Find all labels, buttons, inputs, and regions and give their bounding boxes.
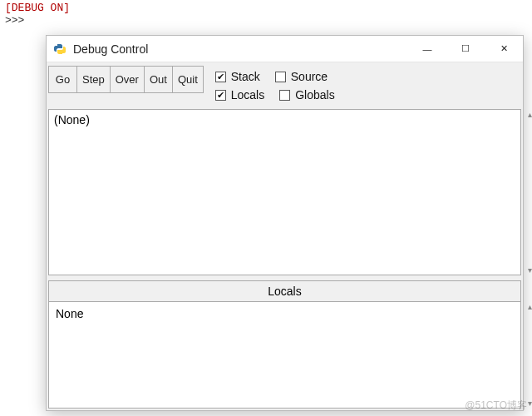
checkbox-icon: ✔ xyxy=(215,72,226,82)
shell-background: [DEBUG ON] >>> xyxy=(0,0,532,28)
locals-checkbox[interactable]: ✔ Locals xyxy=(215,88,264,102)
checkbox-icon: ✔ xyxy=(215,90,226,101)
globals-checkbox-label: Globals xyxy=(295,88,334,102)
debug-status-line: [DEBUG ON] xyxy=(5,2,527,14)
scroll-down-icon[interactable]: ▾ xyxy=(528,399,532,408)
python-icon xyxy=(53,42,66,56)
maximize-button[interactable]: ☐ xyxy=(446,36,485,62)
locals-checkbox-label: Locals xyxy=(231,88,264,102)
stack-content: (None) xyxy=(54,113,90,126)
checkbox-icon xyxy=(275,72,286,82)
stack-pane[interactable]: (None) ▴ ▾ xyxy=(48,109,521,275)
stack-checkbox-label: Stack xyxy=(231,70,260,83)
globals-checkbox[interactable]: Globals xyxy=(279,88,334,102)
quit-button[interactable]: Quit xyxy=(172,66,204,93)
body-area: (None) ▴ ▾ Locals None ▴ ▾ xyxy=(47,107,523,410)
over-button[interactable]: Over xyxy=(110,66,144,93)
locals-pane[interactable]: None ▴ ▾ xyxy=(48,302,521,409)
source-checkbox-label: Source xyxy=(291,70,328,83)
scroll-up-icon[interactable]: ▴ xyxy=(528,110,532,119)
locals-header: Locals xyxy=(48,280,521,302)
source-checkbox[interactable]: Source xyxy=(275,70,328,83)
locals-content: None xyxy=(56,307,83,320)
stack-checkbox[interactable]: ✔ Stack xyxy=(215,70,260,83)
close-button[interactable]: ✕ xyxy=(485,36,523,62)
minimize-button[interactable]: — xyxy=(408,36,446,62)
out-button[interactable]: Out xyxy=(144,66,172,93)
checkbox-icon xyxy=(279,90,290,101)
shell-prompt: >>> xyxy=(5,14,527,27)
debug-button-group: Go Step Over Out Quit xyxy=(48,66,204,93)
titlebar[interactable]: Debug Control — ☐ ✕ xyxy=(47,36,523,62)
go-button[interactable]: Go xyxy=(48,66,76,93)
step-button[interactable]: Step xyxy=(76,66,110,93)
toolbar-row: Go Step Over Out Quit ✔ Stack Source ✔ xyxy=(47,62,523,107)
watermark: @51CTO博客 xyxy=(465,399,527,413)
scroll-up-icon[interactable]: ▴ xyxy=(528,302,532,311)
debug-control-window: Debug Control — ☐ ✕ Go Step Over Out Qui… xyxy=(46,35,524,411)
scroll-down-icon[interactable]: ▾ xyxy=(528,265,532,275)
window-title: Debug Control xyxy=(73,42,408,56)
